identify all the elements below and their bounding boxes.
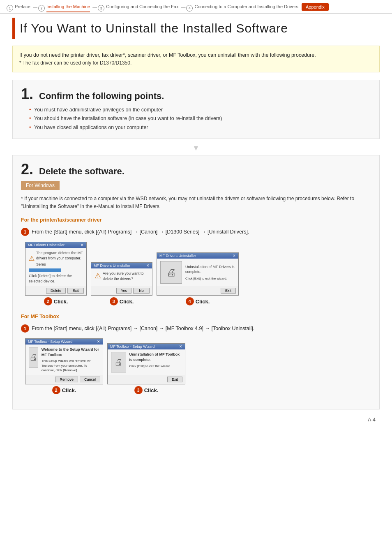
nav-step-2[interactable]: 2 Installing the Machine — [38, 4, 90, 12]
toolbox-dialog-2-close: ✕ — [179, 345, 182, 349]
pfs-dialog-2-btns: Yes No — [91, 286, 152, 295]
pfs-dialog-1-titlebar: MF Drivers Uninstaller ✕ — [25, 242, 86, 248]
toolbox-circle-1: 1 — [21, 324, 29, 333]
step-num-2: 2 — [38, 5, 45, 12]
pfs-dialog-3-titlebar: MF Drivers Uninstaller ✕ — [157, 253, 238, 259]
pfs-dialog-2-titlebar: MF Drivers Uninstaller ✕ — [91, 263, 152, 268]
circle-1: 1 — [21, 228, 29, 236]
toolbox-click-3: 3 Click. — [134, 386, 159, 394]
step-num-4: 4 — [186, 5, 193, 12]
step-label-connecting: Connecting to a Computer and Installing … — [194, 4, 298, 12]
toolbox-title: For MF Toolbox — [21, 314, 371, 319]
step-label-installing: Installing the Machine — [46, 4, 90, 12]
pfs-dialog-1-progress — [29, 268, 61, 272]
pfs-click-3: 3 Click. — [110, 297, 134, 305]
toolbox-dialog-1-btns: Remove Cancel — [25, 375, 103, 384]
pfs-dialog-3-btns: Exit — [157, 286, 238, 295]
pfs-dialog-2-title: MF Drivers Uninstaller — [94, 264, 130, 268]
nav-step-4[interactable]: 4 Connecting to a Computer and Installin… — [186, 4, 298, 12]
toolbox-section: For MF Toolbox 1 From the [Start] menu, … — [21, 314, 371, 394]
toolbox-dialog-1-titlebar: MF Toolbox - Setup Wizard ✕ — [25, 339, 103, 345]
step1-header: 1. Confirm the following points. — [21, 87, 371, 102]
pfs-dialog-2: MF Drivers Uninstaller ✕ ⚠ Are you sure … — [91, 262, 152, 296]
warning-note: * If your machine is connected to a comp… — [21, 195, 371, 210]
for-windows-tab: For Windows — [21, 181, 60, 190]
toolbox-dialog-2-titlebar: MF Toolbox - Setup Wizard ✕ — [108, 344, 185, 349]
toolbox-step1-text: From the [Start] menu, click [(All) Prog… — [32, 324, 254, 333]
pfs-dialog-2-yes-btn[interactable]: Yes — [116, 288, 131, 294]
toolbox-dialog-2-btns: Exit — [108, 375, 185, 384]
toolbox-dialog-1-cancel-btn[interactable]: Cancel — [80, 377, 100, 382]
pfs-dialog-3-note: Click [Exit] to exit the wizard. — [185, 276, 235, 281]
bullet-3: You have closed all applications on your… — [29, 123, 371, 132]
nav-arrow-1: — — [33, 5, 37, 12]
toolbox-dialog-2-note: Click [Exit] to exit the wizard. — [129, 364, 182, 368]
toolbox-click-2-label: Click. — [62, 387, 76, 393]
step-label-preface: Preface — [15, 4, 30, 12]
step1-number: 1. — [21, 87, 33, 102]
toolbox-dialog-2-title: MF Toolbox - Setup Wizard — [110, 345, 154, 349]
step1-bullets: You must have administrative privileges … — [29, 106, 371, 132]
pfs-dialog-1-title: MF Drivers Uninstaller — [28, 243, 65, 247]
pfs-dialog-3-col: MF Drivers Uninstaller ✕ 🖨 Uninstallatio… — [157, 252, 239, 305]
intro-main: If you do not need the printer driver, f… — [19, 51, 373, 59]
pfs-dialog-1-exit-btn[interactable]: Exit — [67, 288, 84, 294]
pfs-click-4-label: Click. — [196, 298, 210, 305]
pfs-dialog-3-body: 🖨 Uninstallation of MF Drivers is comple… — [157, 259, 238, 286]
step2-header: 2. Delete the software. — [21, 162, 371, 177]
pfs-dialog-1-line3: Click [Delete] to delete the selected de… — [29, 273, 83, 284]
toolbox-dialog-2-complete: Uninstallation of MF Toolbox is complete… — [129, 352, 182, 362]
toolbox-dialog-2-col: MF Toolbox - Setup Wizard ✕ 🖨 Uninstalla… — [107, 343, 185, 394]
toolbox-circle-2: 2 — [52, 386, 60, 394]
pfs-click-2: 2 Click. — [44, 297, 68, 305]
toolbox-dialog-1-body: 🖨 Welcome to the Setup Wizard for MF Too… — [25, 345, 103, 375]
nav-arrow-2: — — [92, 5, 97, 12]
toolbox-dialog-1-remove-btn[interactable]: Remove — [55, 377, 78, 382]
toolbox-dialog-1-printer: 🖨 — [29, 347, 38, 368]
step1-section: 1. Confirm the following points. You mus… — [12, 80, 380, 139]
pfs-dialog-1-delete-btn[interactable]: Delete — [46, 288, 66, 294]
title-accent — [12, 18, 15, 39]
appendix-tab[interactable]: Appendix — [302, 3, 329, 11]
toolbox-dialog-2: MF Toolbox - Setup Wizard ✕ 🖨 Uninstalla… — [107, 343, 185, 384]
pfs-instruction-1: 1 From the [Start] menu, click [(All) Pr… — [21, 228, 371, 236]
toolbox-dialog-2-printer: 🖨 — [111, 352, 126, 372]
divider-1: ▼ — [12, 144, 380, 153]
pfs-dialog-2-no-btn[interactable]: No — [133, 288, 150, 294]
top-navigation: 1 Preface — 2 Installing the Machine — 3… — [0, 0, 392, 14]
toolbox-dialog-1-desc: This Setup Wizard will remove MF Toolbox… — [42, 358, 99, 372]
pfs-dialog-1-col: MF Drivers Uninstaller ✕ ⚠ The program d… — [25, 242, 87, 305]
pfs-dialog-3: MF Drivers Uninstaller ✕ 🖨 Uninstallatio… — [157, 252, 239, 296]
step-label-configuring: Configuring and Connecting the Fax — [106, 4, 178, 12]
toolbox-dialog-1-col: MF Toolbox - Setup Wizard ✕ 🖨 Welcome to… — [25, 338, 103, 394]
pfs-dialog-1-btns: Delete Exit — [25, 286, 86, 295]
page-title-bar: If You Want to Uninstall the Installed S… — [12, 18, 380, 39]
pfs-click-3-label: Click. — [120, 298, 134, 305]
pfs-dialog-3-complete: Uninstallation of MF Drivers is complete… — [185, 264, 235, 275]
pfs-dialog-2-question: Are you sure you want to delete the driv… — [103, 271, 149, 281]
main-content: If You Want to Uninstall the Installed S… — [0, 14, 392, 431]
page-number: A-4 — [12, 417, 380, 423]
step-num-3: 3 — [98, 5, 104, 12]
pfs-dialog-3-title: MF Drivers Uninstaller — [159, 254, 196, 258]
nav-step-1[interactable]: 1 Preface — [7, 4, 30, 12]
step-num-1: 1 — [7, 5, 13, 12]
pfs-step1-text: From the [Start] menu, click [(All) Prog… — [32, 228, 249, 236]
pfs-dialog-1-line2: Seres — [36, 262, 83, 267]
circle-2a: 2 — [44, 297, 52, 305]
pfs-dialog-1-close: ✕ — [81, 243, 84, 247]
page-title: If You Want to Uninstall the Installed S… — [20, 21, 288, 35]
bullet-2: You should have the installation softwar… — [29, 114, 371, 123]
step1-title: Confirm the following points. — [39, 91, 164, 102]
toolbox-dialog-2-exit-btn[interactable]: Exit — [167, 377, 182, 382]
printer-fax-scanner-title: For the printer/fax/scanner driver — [21, 217, 371, 223]
toolbox-dialog-1-welcome: Welcome to the Setup Wizard for MF Toolb… — [42, 347, 99, 357]
toolbox-dialog-1-close: ✕ — [97, 340, 100, 344]
nav-step-3[interactable]: 3 Configuring and Connecting the Fax — [98, 4, 178, 12]
pfs-dialog-3-exit-btn[interactable]: Exit — [221, 288, 236, 294]
step2-number: 2. — [21, 162, 33, 177]
circle-4a: 4 — [186, 297, 194, 305]
pfs-dialog-3-close: ✕ — [233, 254, 236, 258]
toolbox-dialog-2-body: 🖨 Uninstallation of MF Toolbox is comple… — [108, 349, 185, 375]
pfs-click-4: 4 Click. — [186, 297, 210, 305]
